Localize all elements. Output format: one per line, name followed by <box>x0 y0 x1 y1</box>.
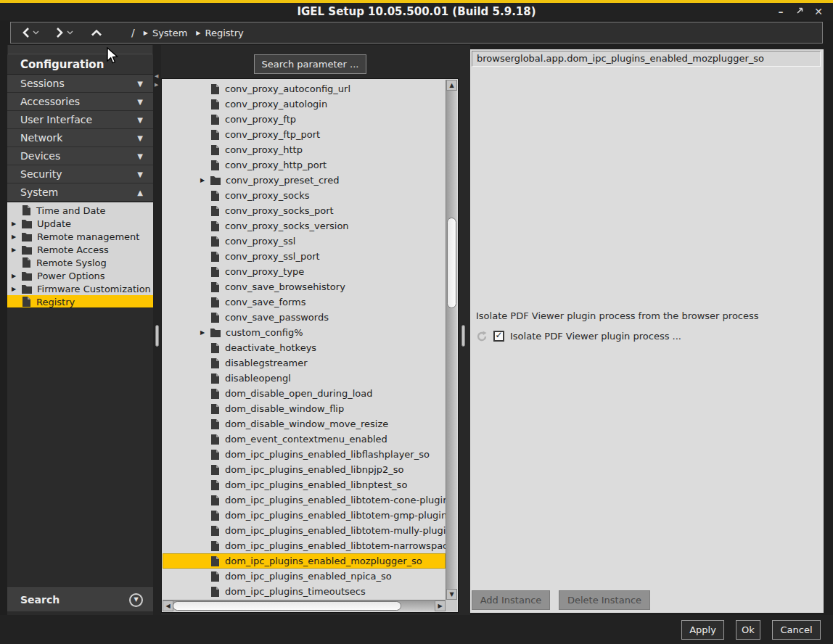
scroll-up-button[interactable]: ▲ <box>446 80 457 91</box>
splitter-collapse-right-icon[interactable]: ▶ <box>155 83 158 88</box>
tree-item[interactable]: ▶ conv_proxy_socks <box>163 188 446 203</box>
tree-item[interactable]: ▶ dom_ipc_plugins_enabled_libnptest_so <box>163 477 446 492</box>
tree-item[interactable]: ▶ conv_proxy_type <box>163 264 446 279</box>
file-icon <box>210 313 220 323</box>
parameter-path-field[interactable]: browserglobal.app.dom_ipc_plugins_enable… <box>472 51 821 67</box>
forward-button[interactable] <box>55 27 65 38</box>
tree-item[interactable]: ▶ conv_proxy_autologin <box>163 96 446 112</box>
expander-icon[interactable]: ▶ <box>200 177 210 183</box>
tree-item[interactable]: ▶ custom_config% <box>163 325 446 340</box>
tree-item[interactable]: ▶ disablegstreamer <box>163 355 446 371</box>
tree-item-label: Update <box>37 218 71 229</box>
expander-icon[interactable]: ▶ <box>12 220 22 227</box>
add-instance-button[interactable]: Add Instance <box>472 590 550 610</box>
splitter-collapse-left-icon[interactable]: ◀ <box>155 74 158 79</box>
tree-item[interactable]: ▶ conv_proxy_ssl_port <box>163 249 446 264</box>
tree-item[interactable]: ▶ conv_proxy_ftp_port <box>163 127 446 142</box>
sidebar-accordion-item[interactable]: Sessions ▼ <box>7 75 153 93</box>
close-button[interactable]: ✕ <box>813 5 824 18</box>
accordion-item-label: User Interface <box>20 114 137 125</box>
tree-item[interactable]: ▶ Remote Access <box>7 243 153 256</box>
breadcrumb-item[interactable]: ▶ System <box>144 28 188 38</box>
tree-item[interactable]: ▶ dom_disable_window_move_resize <box>163 416 446 432</box>
sidebar-accordion-item[interactable]: Devices ▼ <box>7 147 153 165</box>
tree-item[interactable]: ▶ Registry <box>7 295 153 308</box>
tree-item[interactable]: ▶ deactivate_hotkeys <box>163 340 446 355</box>
reset-to-default-icon[interactable] <box>476 331 488 342</box>
expander-icon[interactable]: ▶ <box>200 329 210 336</box>
sidebar-splitter[interactable]: ◀ ▶ <box>153 45 161 615</box>
scroll-right-button[interactable]: ▶ <box>435 600 446 611</box>
tree-item[interactable]: ▶ conv_save_passwords <box>163 310 446 325</box>
minimize-button[interactable]: – <box>775 5 787 18</box>
tree-item[interactable]: ▶ dom_ipc_plugins_enabled_npica_so <box>163 569 446 584</box>
splitter-handle[interactable] <box>461 325 465 347</box>
tree-item[interactable]: ▶ dom_ipc_plugins_timeoutsecs <box>163 584 446 599</box>
breadcrumb-item[interactable]: ▶ Registry <box>196 28 243 38</box>
isolate-pdf-checkbox[interactable]: ✓ <box>493 331 504 342</box>
tree-item[interactable]: ▶ conv_save_browsehistory <box>163 279 446 294</box>
tree-item[interactable]: ▶ dom_ipc_plugins_enabled_libnpjp2_so <box>163 462 446 477</box>
expander-icon[interactable]: ▶ <box>12 234 22 240</box>
search-parameter-button[interactable]: Search parameter ... <box>254 54 366 74</box>
splitter-handle[interactable] <box>155 325 159 347</box>
sidebar-accordion-item[interactable]: Network ▼ <box>7 129 153 147</box>
tree-item[interactable]: ▶ dom_ipc_plugins_enabled_mozplugger_so <box>163 553 446 569</box>
panel-splitter[interactable] <box>459 45 470 615</box>
sidebar-accordion-item[interactable]: System ▲ <box>7 183 153 202</box>
sidebar-accordion-item[interactable]: User Interface ▼ <box>7 111 153 129</box>
tree-item[interactable]: ▶ dom_ipc_plugins_enabled_libtotem-gmp-p… <box>163 508 446 523</box>
tree-item[interactable]: ▶ dom_ipc_plugins_enabled_libflashplayer… <box>163 447 446 462</box>
back-history-dropdown[interactable] <box>33 30 39 35</box>
vertical-scrollbar-thumb[interactable] <box>447 218 456 308</box>
tree-item[interactable]: ▶ conv_save_forms <box>163 294 446 310</box>
ok-button[interactable]: Ok <box>736 620 760 640</box>
tree-item[interactable]: ▶ dom_event_contextmenu_enabled <box>163 432 446 447</box>
tree-item[interactable]: ▶ conv_proxy_http <box>163 142 446 157</box>
tree-item[interactable]: ▶ Update <box>7 217 153 230</box>
tree-item[interactable]: ▶ Power Options <box>7 269 153 282</box>
tree-item[interactable]: ▶ conv_proxy_preset_cred <box>163 173 446 188</box>
scrollbar-corner <box>446 600 457 611</box>
forward-history-dropdown[interactable] <box>67 30 73 35</box>
sidebar-search-section[interactable]: Search ▼ <box>7 587 153 611</box>
vertical-scrollbar[interactable]: ▲ ▼ <box>446 80 457 600</box>
tree-item[interactable]: ▶ conv_proxy_socks_port <box>163 203 446 218</box>
expander-icon[interactable]: ▶ <box>12 286 22 292</box>
tree-item[interactable]: ▶ Firmware Customization <box>7 282 153 295</box>
tree-item[interactable]: ▶ dom_ipc_plugins_enabled_libtotem-mully… <box>163 523 446 538</box>
horizontal-scrollbar-thumb[interactable] <box>173 601 401 611</box>
horizontal-scrollbar[interactable]: ◀ ▶ <box>163 600 446 611</box>
tree-item-label: conv_proxy_http_port <box>225 160 327 170</box>
tree-item[interactable]: ▶ Remote Syslog <box>7 256 153 269</box>
tree-item[interactable]: ▶ conv_proxy_ftp <box>163 112 446 127</box>
delete-instance-button[interactable]: Delete Instance <box>559 590 650 610</box>
restore-button[interactable] <box>794 5 805 18</box>
scroll-down-button[interactable]: ▼ <box>446 589 457 600</box>
tree-item[interactable]: ▶ dom_ipc_plugins_enabled_libtotem-narro… <box>163 538 446 553</box>
apply-button[interactable]: Apply <box>681 620 724 640</box>
up-level-button[interactable] <box>91 28 102 37</box>
tree-item-label: conv_proxy_ssl <box>225 236 295 247</box>
search-expand-icon[interactable]: ▼ <box>129 593 143 607</box>
configuration-sidebar: Configuration Sessions ▼ Accessories ▼ U… <box>7 45 153 615</box>
expander-icon[interactable]: ▶ <box>12 273 22 279</box>
sidebar-accordion-item[interactable]: Security ▼ <box>7 165 153 183</box>
scroll-left-button[interactable]: ◀ <box>163 600 173 611</box>
expander-icon[interactable]: ▶ <box>12 247 22 253</box>
tree-item[interactable]: ▶ dom_ipc_plugins_enabled_libtotem-cone-… <box>163 492 446 508</box>
cancel-button[interactable]: Cancel <box>772 620 821 640</box>
breadcrumb-root[interactable]: / <box>131 27 135 38</box>
tree-item[interactable]: ▶ conv_proxy_ssl <box>163 234 446 249</box>
tree-item[interactable]: ▶ conv_proxy_socks_version <box>163 218 446 234</box>
tree-item[interactable]: ▶ dom_disable_window_flip <box>163 401 446 416</box>
sidebar-accordion-item[interactable]: Accessories ▼ <box>7 93 153 111</box>
tree-item[interactable]: ▶ Remote management <box>7 230 153 243</box>
tree-item[interactable]: ▶ conv_proxy_autoconfig_url <box>163 81 446 96</box>
tree-item[interactable]: ▶ conv_proxy_http_port <box>163 157 446 173</box>
titlebar[interactable]: IGEL Setup 10.05.500.01 (Build 5.9.18) –… <box>0 3 833 20</box>
tree-item[interactable]: ▶ disableopengl <box>163 371 446 386</box>
tree-item[interactable]: ▶ dom_disable_open_during_load <box>163 386 446 401</box>
tree-item[interactable]: ▶ Time and Date <box>7 204 153 217</box>
back-button[interactable] <box>21 27 30 38</box>
